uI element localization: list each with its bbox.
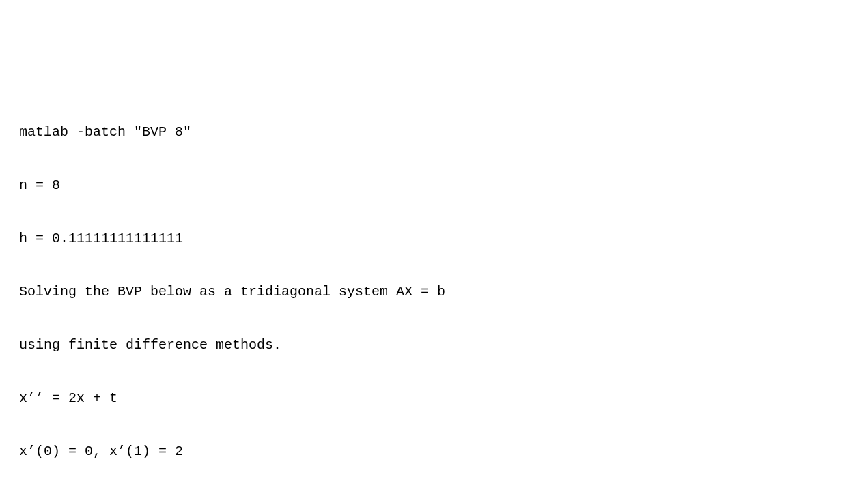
equation-bc: x’(0) = 0, x’(1) = 2 (19, 438, 849, 465)
h-output: h = 0.11111111111111 (19, 225, 849, 252)
description-line-2: using finite difference methods. (19, 332, 849, 358)
n-output: n = 8 (19, 172, 849, 199)
description-line-1: Solving the BVP below as a tridiagonal s… (19, 278, 849, 305)
command-line: matlab -batch "BVP 8" (19, 119, 849, 145)
equation-ode: x’’ = 2x + t (19, 385, 849, 411)
